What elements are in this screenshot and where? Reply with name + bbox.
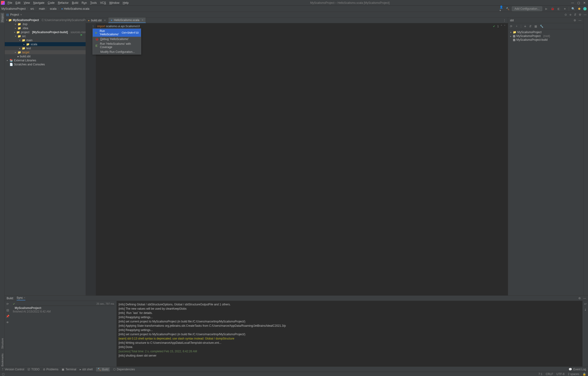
sbt-refresh-icon[interactable]: ⟳ (510, 25, 512, 28)
build-status-tree[interactable]: ✔ MyScalismoProject: finished At 2/15/20… (11, 301, 117, 366)
sbt-root[interactable]: ▾📁 MyScalismoProject (510, 30, 582, 34)
status-caret-pos[interactable]: 7:1 (538, 372, 543, 376)
scroll-end-icon[interactable]: ⤓ (584, 308, 587, 311)
editor-inspection-status[interactable]: ✔1 ˄ ˅ (493, 24, 505, 28)
tab-hello-scalismo[interactable]: ●HelloScalismo.scala× (109, 18, 146, 23)
hammer-build-icon[interactable]: 🔨 (506, 7, 510, 11)
build-console[interactable]: [info] Defining Global / sbtStructureOpt… (117, 301, 582, 366)
toolwin-eventlog[interactable]: 💬 Event Log (568, 368, 586, 371)
toolwin-build[interactable]: 🔨 Build (96, 367, 110, 372)
toolwin-deps[interactable]: ⬡ Dependencies (113, 368, 135, 371)
status-encoding[interactable]: UTF-8 (556, 372, 565, 376)
tree-bsp[interactable]: ▸📁 .bsp (5, 22, 86, 26)
left-tab-bookmarks[interactable]: Bookmarks (1, 354, 4, 366)
toolwin-terminal[interactable]: ▣ Terminal (62, 368, 76, 371)
menu-vcs[interactable]: VCS (99, 1, 108, 5)
menu-view[interactable]: View (22, 1, 31, 5)
tab-close-icon[interactable]: × (142, 19, 143, 22)
tree-src[interactable]: ▾📁 src (5, 34, 86, 38)
menu-window[interactable]: Window (108, 1, 121, 5)
toolwin-sbt-shell[interactable]: ▸ sbt shell (80, 368, 93, 371)
left-tab-structure[interactable]: Structure (1, 338, 4, 349)
status-lock-icon[interactable]: 🔒 (583, 372, 586, 376)
avatar-icon[interactable] (583, 7, 587, 10)
build-hide-icon[interactable]: — (583, 297, 586, 300)
status-indent[interactable]: 2 spaces (568, 372, 579, 376)
add-configuration-button[interactable]: Add Configuration... (512, 6, 542, 11)
build-filter-icon[interactable]: ▤ (6, 308, 9, 312)
left-tab-project[interactable]: Project (0, 13, 4, 23)
menu-help[interactable]: Help (121, 1, 130, 5)
menu-tools[interactable]: Tools (89, 1, 98, 5)
crumb-project[interactable]: MyScalismoProject (1, 7, 26, 10)
tree-scratches[interactable]: 📄 Scratches and Consoles (5, 62, 86, 66)
sbt-expand-icon[interactable]: ≑ (524, 25, 526, 28)
tree-scala[interactable]: ▸📁 scala (5, 42, 86, 46)
crumb-main[interactable]: main (39, 7, 45, 10)
editor-tabs-more-icon[interactable]: ⋮ (501, 19, 508, 22)
tree-external[interactable]: ▸📚 External Libraries (5, 58, 86, 62)
sbt-tree[interactable]: ▾📁 MyScalismoProject ▸▦ MyScalismoProjec… (508, 29, 583, 43)
ctx-modify[interactable]: Modify Run Configuration... (93, 50, 141, 54)
editor-body[interactable]: 12▶34567 import scalismo.ui.api.Scalismo… (86, 23, 508, 295)
coverage-icon[interactable]: ◧ (556, 7, 561, 11)
crumb-file[interactable]: HelloScalismo.scala (64, 7, 89, 10)
tree-buildsbt[interactable]: ▸ build.sbt (5, 54, 86, 58)
tree-main[interactable]: ▾📁 main (5, 38, 86, 42)
menu-build[interactable]: Build (70, 1, 80, 5)
sbt-child-build[interactable]: ▦ MyScalismoProject-build (510, 38, 582, 42)
minimize-icon[interactable]: — (571, 1, 574, 4)
project-view-chevron-icon[interactable]: ▾ (20, 13, 22, 16)
build-pin-icon[interactable]: 📌 (6, 315, 10, 318)
softwrap-icon[interactable]: ↩ (584, 302, 587, 306)
build-sync-close-icon[interactable]: × (24, 296, 25, 300)
tree-idea[interactable]: ▸📁 .idea (5, 26, 86, 30)
stop-icon[interactable]: ■ (563, 7, 567, 11)
close-icon[interactable]: ✕ (583, 1, 586, 4)
project-view-icon[interactable]: ▤ (6, 13, 9, 16)
search-icon[interactable]: 🔍 (571, 7, 575, 11)
build-settings-icon[interactable]: ⚙ (578, 297, 581, 300)
inspection-down-icon[interactable]: ˅ (504, 24, 505, 28)
menu-edit[interactable]: Edit (14, 1, 22, 5)
menu-refactor[interactable]: Refactor (56, 1, 70, 5)
tab-close-icon[interactable]: × (104, 19, 106, 22)
toolwin-todo[interactable]: ☑ TODO (28, 368, 39, 371)
menu-run[interactable]: Run (80, 1, 88, 5)
sbt-add-icon[interactable]: ＋ (515, 24, 518, 28)
sbt-collapse-icon[interactable]: ⇵ (529, 25, 532, 28)
ide-updates-icon[interactable]: ⬢ (577, 7, 581, 11)
project-panel-title[interactable]: Project (10, 13, 19, 16)
hide-panel-icon[interactable]: — (584, 13, 587, 16)
crumb-src[interactable]: src (30, 7, 34, 10)
expand-all-icon[interactable]: ≑ (569, 13, 572, 16)
toolwin-problems[interactable]: ⊘ Problems (43, 368, 59, 371)
run-gutter-icon[interactable]: ▶ (81, 33, 83, 37)
menu-code[interactable]: Code (46, 1, 56, 5)
run-icon[interactable]: ▶ (544, 7, 548, 11)
ctx-run[interactable]: ▶ Run 'HelloScalismo' Ctrl+Shift+F10 (93, 29, 141, 37)
status-line-ending[interactable]: CRLF (546, 372, 553, 376)
project-tree[interactable]: ▾📁 MyScalismoProject C:\Users\marce\tmp\… (5, 18, 86, 295)
build-eye-icon[interactable]: 👁 (6, 321, 9, 324)
sbt-wrench-icon[interactable]: 🔧 (540, 25, 544, 28)
code-area[interactable]: import scalismo.ui.api.ScalismoUI App { … (96, 23, 508, 295)
sbt-module-icon[interactable]: ▦ (534, 25, 537, 28)
select-opened-icon[interactable]: ⊙ (565, 13, 567, 16)
tree-target[interactable]: ▸📁 target (5, 50, 86, 54)
crumb-scala[interactable]: scala (50, 7, 56, 10)
ctx-debug[interactable]: 🐞 Debug 'HelloScalismo' (93, 37, 141, 42)
tree-test[interactable]: ▸📁 test (5, 46, 86, 50)
tree-root[interactable]: ▾📁 MyScalismoProject C:\Users\marce\tmp\… (5, 18, 86, 22)
tab-build-sbt[interactable]: ▸build.sbt× (86, 18, 109, 23)
maximize-icon[interactable]: ▢ (577, 1, 580, 4)
build-tab-sync[interactable]: Sync × (17, 296, 25, 300)
settings-gear-icon[interactable]: ⚙ (579, 13, 581, 16)
sbt-hide-icon[interactable]: — (578, 19, 581, 22)
ctx-coverage[interactable]: ◧ Run 'HelloScalismo' with Coverage (93, 42, 141, 50)
collapse-all-icon[interactable]: ⇵ (574, 13, 576, 16)
tree-project[interactable]: ▸📁 project [MyScalismoProject-build] sou… (5, 30, 86, 34)
status-tool-icon[interactable]: ▢ (2, 372, 4, 376)
toolwin-vcs[interactable]: ᛘ Version Control (2, 368, 24, 371)
inspection-up-icon[interactable]: ˄ (501, 24, 502, 28)
